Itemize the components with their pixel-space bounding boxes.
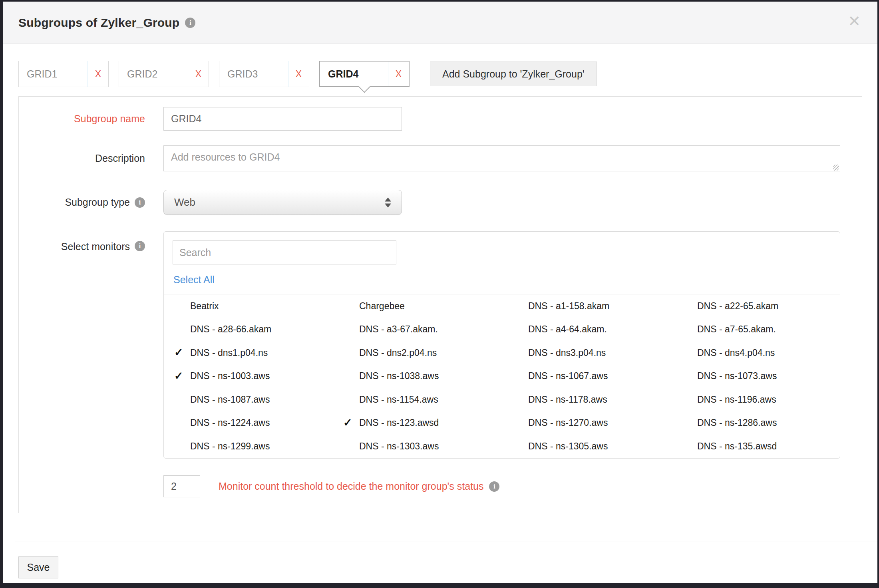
- monitor-item-label: DNS - ns-1087.aws: [190, 394, 270, 405]
- monitor-item[interactable]: ✓DNS - ns-1003.aws: [164, 365, 333, 388]
- monitor-item-label: DNS - a4-64.akam.: [528, 324, 607, 335]
- threshold-label: Monitor count threshold to decide the mo…: [219, 481, 499, 492]
- monitor-item[interactable]: DNS - ns-1073.aws: [671, 365, 840, 388]
- monitor-item-label: DNS - dns2.p04.ns: [359, 348, 437, 358]
- monitor-item[interactable]: DNS - ns-1087.aws: [164, 388, 333, 411]
- description-row: Description: [19, 145, 862, 173]
- page-title: Subgroups of Zylker_Group: [18, 16, 179, 30]
- monitor-item[interactable]: DNS - ns-135.awsd: [671, 435, 840, 458]
- select-monitors-label-text: Select monitors: [61, 241, 130, 252]
- subgroup-type-row: Subgroup type i Web: [19, 190, 862, 215]
- tab-remove-icon[interactable]: X: [388, 62, 409, 86]
- subgroups-modal: Subgroups of Zylker_Group i ✕ GRID1XGRID…: [3, 2, 877, 583]
- select-arrows-icon: [385, 197, 391, 207]
- monitor-item-label: DNS - ns-1224.aws: [190, 417, 270, 428]
- monitor-item[interactable]: DNS - a1-158.akam: [502, 294, 671, 318]
- monitor-item-label: DNS - ns-1299.aws: [190, 441, 270, 452]
- monitor-item[interactable]: DNS - a4-64.akam.: [502, 318, 671, 342]
- footer-divider: [15, 542, 877, 542]
- add-subgroup-button[interactable]: Add Subgroup to 'Zylker_Group': [430, 62, 597, 86]
- select-monitors-row: Select monitors i Select All BeatrixChar…: [19, 231, 862, 459]
- tab-remove-icon[interactable]: X: [188, 61, 209, 87]
- monitor-item-label: DNS - a22-65.akam: [697, 301, 778, 312]
- monitor-item[interactable]: ✓DNS - ns-123.awsd: [333, 411, 502, 435]
- monitor-item[interactable]: DNS - ns-1067.aws: [502, 365, 671, 388]
- monitor-item-label: DNS - ns-1303.aws: [359, 441, 439, 452]
- description-field-wrap: [163, 145, 840, 173]
- monitor-item-label: DNS - ns-1073.aws: [697, 371, 777, 381]
- check-icon: ✓: [174, 346, 183, 359]
- monitor-item[interactable]: DNS - dns2.p04.ns: [333, 341, 502, 365]
- tab-remove-icon[interactable]: X: [288, 61, 309, 87]
- subgroup-type-label-text: Subgroup type: [65, 197, 130, 208]
- description-textarea[interactable]: [163, 145, 840, 171]
- monitor-item[interactable]: ✓DNS - dns1.p04.ns: [164, 341, 333, 365]
- monitors-picker: Select All BeatrixChargebeeDNS - a1-158.…: [163, 231, 840, 459]
- monitor-item-label: DNS - ns-1154.aws: [359, 394, 438, 405]
- select-monitors-info-icon[interactable]: i: [135, 241, 145, 251]
- tab-label: GRID1: [19, 61, 88, 87]
- subgroup-type-select[interactable]: Web: [163, 190, 402, 215]
- description-label: Description: [19, 145, 145, 171]
- subgroup-type-value: Web: [164, 196, 195, 209]
- tab-grid1[interactable]: GRID1X: [18, 61, 109, 87]
- threshold-input[interactable]: [163, 475, 200, 497]
- monitor-item[interactable]: DNS - ns-1224.aws: [164, 411, 333, 435]
- monitor-item[interactable]: DNS - ns-1303.aws: [333, 435, 502, 458]
- subgroup-type-info-icon[interactable]: i: [135, 197, 145, 208]
- monitor-item-label: DNS - ns-1270.aws: [528, 417, 608, 428]
- tab-grid3[interactable]: GRID3X: [219, 61, 309, 87]
- monitor-item-label: DNS - ns-1305.aws: [528, 441, 608, 452]
- monitor-item-label: Beatrix: [190, 301, 219, 312]
- subgroup-name-row: Subgroup name: [19, 107, 862, 131]
- monitor-item[interactable]: Beatrix: [164, 294, 333, 318]
- monitor-item-label: DNS - ns-123.awsd: [359, 417, 439, 428]
- close-icon[interactable]: ✕: [848, 14, 861, 29]
- monitor-item[interactable]: DNS - ns-1270.aws: [502, 411, 671, 435]
- monitor-item-label: DNS - dns4.p04.ns: [697, 348, 775, 358]
- monitor-item[interactable]: DNS - ns-1196.aws: [671, 388, 840, 411]
- monitor-item[interactable]: DNS - ns-1154.aws: [333, 388, 502, 411]
- monitor-item[interactable]: DNS - dns3.p04.ns: [502, 341, 671, 365]
- subgroup-name-input[interactable]: [163, 107, 402, 131]
- monitor-item[interactable]: DNS - a28-66.akam: [164, 318, 333, 342]
- monitor-item-label: DNS - ns-1067.aws: [528, 371, 608, 381]
- monitor-item[interactable]: DNS - ns-1178.aws: [502, 388, 671, 411]
- threshold-row: Monitor count threshold to decide the mo…: [163, 475, 862, 497]
- subgroup-form: Subgroup name Description Subgroup type …: [18, 96, 862, 513]
- subgroup-name-label: Subgroup name: [19, 107, 145, 131]
- monitor-item[interactable]: DNS - dns4.p04.ns: [671, 341, 840, 365]
- monitor-item-label: DNS - a1-158.akam: [528, 301, 609, 312]
- monitor-item[interactable]: DNS - ns-1299.aws: [164, 435, 333, 458]
- title-info-icon[interactable]: i: [185, 18, 195, 28]
- monitor-item[interactable]: DNS - a7-65.akam.: [671, 318, 840, 342]
- tab-label: GRID3: [219, 61, 288, 87]
- tab-grid2[interactable]: GRID2X: [119, 61, 209, 87]
- tab-remove-icon[interactable]: X: [88, 61, 108, 87]
- subgroup-type-label: Subgroup type i: [19, 190, 145, 215]
- threshold-info-icon[interactable]: i: [489, 481, 499, 492]
- monitor-item-label: DNS - a28-66.akam: [190, 324, 271, 335]
- monitor-item[interactable]: DNS - ns-1305.aws: [502, 435, 671, 458]
- monitor-item[interactable]: DNS - a3-67.akam.: [333, 318, 502, 342]
- threshold-label-text: Monitor count threshold to decide the mo…: [219, 481, 483, 492]
- tab-label: GRID4: [320, 62, 388, 86]
- tab-grid4[interactable]: GRID4X: [319, 61, 410, 87]
- monitor-item-label: DNS - ns-1178.aws: [528, 394, 607, 405]
- monitor-item[interactable]: DNS - ns-1286.aws: [671, 411, 840, 435]
- description-label-text: Description: [95, 153, 145, 164]
- monitor-item-label: DNS - dns1.p04.ns: [190, 348, 268, 358]
- monitor-item-label: DNS - a3-67.akam.: [359, 324, 438, 335]
- monitor-item-label: DNS - a7-65.akam.: [697, 324, 776, 335]
- monitor-item-label: DNS - ns-1196.aws: [697, 394, 776, 405]
- monitor-item[interactable]: DNS - a22-65.akam: [671, 294, 840, 318]
- select-all-link[interactable]: Select All: [173, 274, 215, 286]
- monitor-search-input[interactable]: [173, 240, 396, 264]
- monitor-item-label: DNS - ns-1003.aws: [190, 371, 270, 381]
- tab-label: GRID2: [119, 61, 188, 87]
- monitor-item[interactable]: Chargebee: [333, 294, 502, 318]
- monitor-item[interactable]: DNS - ns-1038.aws: [333, 365, 502, 388]
- subgroup-name-label-text: Subgroup name: [74, 113, 145, 125]
- monitor-item-label: DNS - ns-1286.aws: [697, 417, 777, 428]
- save-button[interactable]: Save: [18, 556, 58, 578]
